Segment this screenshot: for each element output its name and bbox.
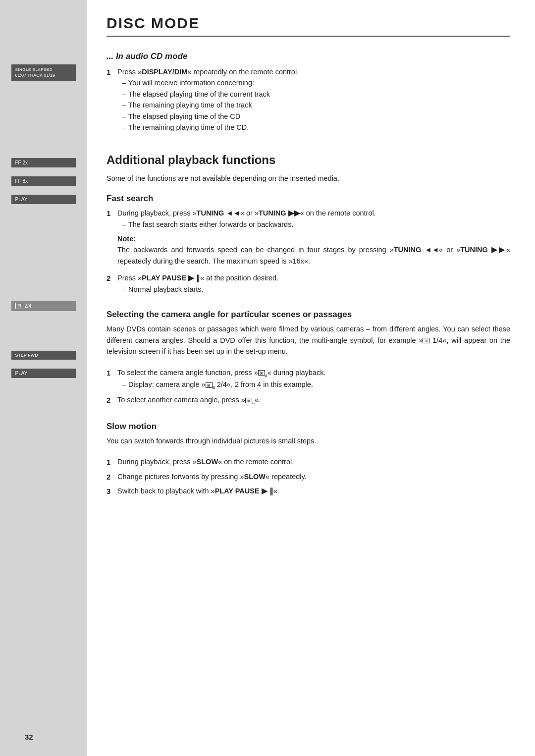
main-content: DISC MODE ... In audio CD mode 1 Press »… xyxy=(87,0,535,756)
page-title: DISC MODE xyxy=(107,15,510,37)
fast-search-section: Fast search 1 During playback, press »TU… xyxy=(107,194,510,295)
note-label: Note: xyxy=(117,235,510,243)
fast-search-heading: Fast search xyxy=(107,194,510,204)
fast-search-note: Note: The backwards and forwards speed c… xyxy=(117,235,510,267)
additional-intro: Some of the functions are not available … xyxy=(107,173,510,184)
step-fwd-box: STEP FWD xyxy=(11,351,76,360)
slow-motion-section: Slow motion You can switch forwards thro… xyxy=(107,422,510,497)
camera-angle-heading: Selecting the camera angle for particula… xyxy=(107,310,510,320)
ff-2x-box: FF 2x xyxy=(11,158,76,167)
camera-angle-steps: 1 To select the camera angle function, p… xyxy=(107,367,510,407)
slow-motion-heading: Slow motion xyxy=(107,422,510,432)
camera-angle-section: Selecting the camera angle for particula… xyxy=(107,310,510,407)
slow-motion-steps: 1 During playback, press »SLOW« on the r… xyxy=(107,456,510,497)
camera-angle-intro: Many DVDs contain scenes or passages whi… xyxy=(107,324,510,357)
audio-cd-section: ... In audio CD mode 1 Press »DISPLAY/DI… xyxy=(107,52,510,133)
display-box-single-elapsed: SINGLE ELAPSED 01:07 TRACK 01/19 xyxy=(11,64,76,81)
fast-search-steps-2: 2 Press »PLAY PAUSE ▶ ‖« at the position… xyxy=(107,272,510,295)
page-number: 32 xyxy=(25,733,33,741)
fast-search-step2: 2 Press »PLAY PAUSE ▶ ‖« at the position… xyxy=(107,272,510,295)
camera-angle-step2: 2 To select another camera angle, press … xyxy=(107,394,510,407)
slow-motion-step3: 3 Switch back to playback with »PLAY PAU… xyxy=(107,486,510,497)
camera-angle-step1: 1 To select the camera angle function, p… xyxy=(107,367,510,392)
additional-heading: Additional playback functions xyxy=(107,153,510,167)
play-box-1: PLAY xyxy=(11,195,76,204)
angle-box: ⊞ 2/4 xyxy=(11,301,76,311)
angle-icon: ⊞ xyxy=(15,303,23,309)
play-box-2: PLAY xyxy=(11,369,76,378)
audio-cd-step1: 1 Press »DISPLAY/DIM« repeatedly on the … xyxy=(107,66,510,133)
slow-motion-step1: 1 During playback, press »SLOW« on the r… xyxy=(107,456,510,468)
ff-8x-box: FF 8x xyxy=(11,176,76,186)
left-sidebar: SINGLE ELAPSED 01:07 TRACK 01/19 FF 2x F… xyxy=(0,0,87,756)
fast-search-steps: 1 During playback, press »TUNING ◄◄« or … xyxy=(107,208,510,230)
audio-cd-steps: 1 Press »DISPLAY/DIM« repeatedly on the … xyxy=(107,66,510,133)
fast-search-step1: 1 During playback, press »TUNING ◄◄« or … xyxy=(107,208,510,230)
audio-cd-heading: ... In audio CD mode xyxy=(107,52,510,61)
slow-motion-step2: 2 Change pictures forwards by pressing »… xyxy=(107,471,510,483)
slow-motion-intro: You can switch forwards through individu… xyxy=(107,435,510,446)
note-text: The backwards and forwards speed can be … xyxy=(117,244,510,267)
